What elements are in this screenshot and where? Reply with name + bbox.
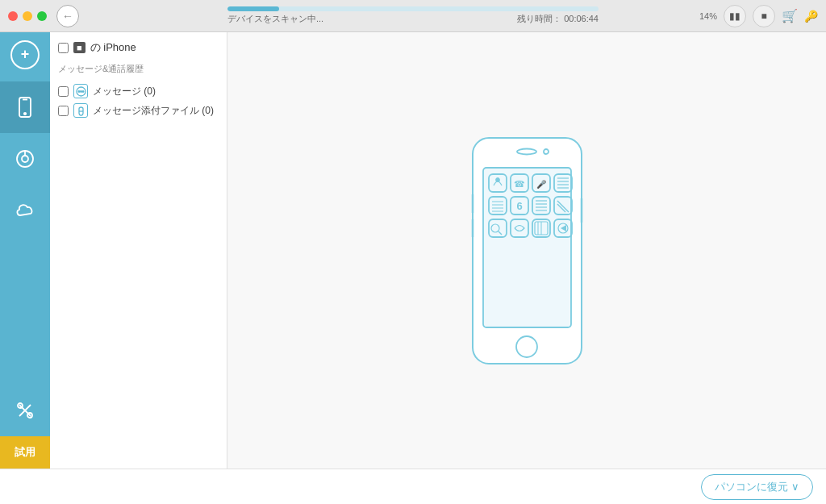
title-right-controls: 14% ▮▮ ■ 🛒 🔑 — [699, 5, 818, 27]
messages-checkbox[interactable] — [58, 86, 69, 97]
svg-point-26 — [496, 178, 499, 181]
messages-label: メッセージ (0) — [93, 85, 156, 98]
scan-label: デバイスをスキャン中... — [227, 13, 323, 25]
svg-point-15 — [82, 90, 84, 92]
svg-text:☎: ☎ — [514, 179, 525, 189]
app-logo: + — [10, 40, 40, 69]
back-button[interactable]: ← — [56, 5, 79, 27]
cart-icon[interactable]: 🛒 — [782, 8, 798, 23]
maximize-button[interactable] — [37, 11, 47, 21]
restore-label: パソコンに復元 — [715, 480, 788, 494]
restore-arrow-icon: ∨ — [791, 481, 799, 493]
left-panel: ■ の iPhone メッセージ&通話履歴 メッセージ (0) — [50, 32, 227, 469]
category-messages[interactable]: メッセージ (0) — [58, 81, 219, 101]
trial-button[interactable]: 試用 — [0, 436, 50, 469]
traffic-lights — [8, 11, 47, 21]
sidebar-item-music[interactable] — [0, 133, 50, 185]
device-header: ■ の iPhone — [58, 40, 219, 55]
pause-icon: ▮▮ — [729, 10, 740, 22]
main-content: + — [0, 32, 826, 469]
progress-bar-container — [227, 6, 599, 11]
attachments-checkbox[interactable] — [58, 106, 69, 116]
time-remaining: 残り時間： 00:06:44 — [517, 13, 599, 25]
device-checkbox[interactable] — [58, 43, 69, 53]
svg-text:+: + — [21, 46, 30, 62]
sidebar: + — [0, 32, 50, 469]
title-bar: ← デバイスをスキャン中... 残り時間： 00:06:44 14% ▮▮ ■ … — [0, 0, 826, 32]
category-attachments[interactable]: メッセージ添付ファイル (0) — [58, 101, 219, 120]
device-name: の iPhone — [90, 40, 136, 55]
attachments-label: メッセージ添付ファイル (0) — [93, 104, 214, 118]
svg-text:🎤: 🎤 — [536, 179, 547, 190]
restore-button[interactable]: パソコンに復元 ∨ — [701, 474, 813, 500]
minimize-button[interactable] — [23, 11, 32, 21]
progress-info: デバイスをスキャン中... 残り時間： 00:06:44 — [227, 13, 599, 25]
device-name-prefix: ■ — [73, 42, 86, 53]
section-title: メッセージ&通話履歴 — [58, 63, 219, 75]
svg-point-3 — [24, 113, 26, 115]
svg-point-14 — [80, 90, 81, 92]
pause-button[interactable]: ▮▮ — [724, 5, 746, 27]
progress-percent: 14% — [699, 11, 717, 21]
sidebar-item-cloud[interactable] — [0, 185, 50, 236]
svg-point-13 — [78, 90, 80, 92]
progress-area: デバイスをスキャン中... 残り時間： 00:06:44 — [227, 6, 599, 25]
iphone-illustration: ☎ 🎤 6 — [469, 134, 586, 368]
progress-bar-fill — [227, 6, 279, 11]
key-icon[interactable]: 🔑 — [804, 10, 818, 23]
sidebar-item-phone[interactable] — [0, 81, 50, 133]
sidebar-item-tools[interactable] — [0, 385, 50, 436]
svg-text:6: 6 — [516, 200, 522, 212]
center-panel: ☎ 🎤 6 — [227, 32, 826, 469]
bottom-bar: パソコンに復元 ∨ — [0, 469, 826, 504]
stop-icon: ■ — [761, 10, 766, 22]
attachments-icon — [73, 103, 88, 118]
close-button[interactable] — [8, 11, 18, 21]
messages-icon — [73, 84, 88, 98]
stop-button[interactable]: ■ — [753, 5, 775, 27]
svg-point-6 — [22, 156, 28, 162]
